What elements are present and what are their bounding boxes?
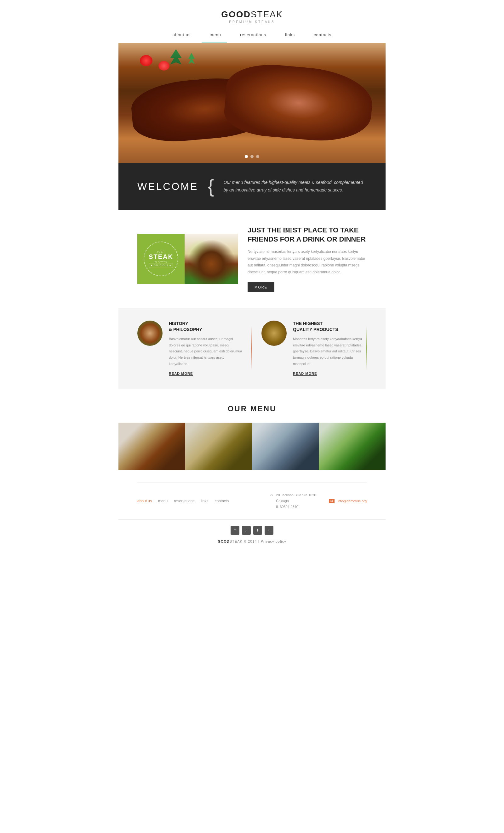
quality-read-more[interactable]: READ MORE bbox=[293, 372, 317, 376]
footer-nav-links[interactable]: links bbox=[201, 499, 208, 503]
logo-subtitle: PREMIUM STEAKS bbox=[118, 20, 386, 24]
copyright: GOODSTEAK © 2014 | Privacy policy bbox=[118, 540, 386, 543]
hero-image bbox=[118, 43, 386, 163]
address-line2: Chicago bbox=[276, 499, 289, 503]
copyright-year: © 2014 | bbox=[244, 540, 261, 543]
info-card-history: HISTORY& PHILOSOPHY Basvolematur aut odi… bbox=[137, 320, 252, 376]
nav-item-contacts[interactable]: contacts bbox=[314, 32, 331, 37]
feature-content: JUST THE BEST PLACE TO TAKE FRIENDS FOR … bbox=[247, 226, 367, 292]
logo: GOODSTEAK bbox=[118, 9, 386, 20]
footer-nav: about us menu reservations links contact… bbox=[137, 499, 261, 503]
history-read-more[interactable]: READ MORE bbox=[169, 372, 193, 376]
social-bar: f g+ t in GOODSTEAK © 2014 | Privacy pol… bbox=[118, 519, 386, 546]
menu-section: OUR MENU bbox=[118, 389, 386, 482]
social-icons: f g+ t in bbox=[118, 526, 386, 535]
footer-address-text: 28 Jackson Blvd Ste 1020 Chicago IL 6060… bbox=[276, 492, 316, 510]
footer-nav-contacts[interactable]: contacts bbox=[215, 499, 229, 503]
menu-item-3[interactable] bbox=[252, 423, 319, 470]
quality-title: THE HIGHESTQUALITY PRODUCTS bbox=[293, 320, 367, 333]
quality-avatar bbox=[261, 320, 287, 346]
googleplus-icon[interactable]: g+ bbox=[242, 526, 251, 535]
quality-content: THE HIGHESTQUALITY PRODUCTS Masertas ler… bbox=[293, 320, 367, 376]
copyright-logo-light: STEAK bbox=[230, 540, 243, 543]
history-content: HISTORY& PHILOSOPHY Basvolematur aut odi… bbox=[169, 320, 243, 376]
email-address[interactable]: info@demotriki.org bbox=[338, 499, 367, 503]
menu-overlay-2 bbox=[185, 423, 252, 470]
email-icon: ✉ bbox=[329, 499, 335, 503]
header: GOODSTEAK PREMIUM STEAKS bbox=[118, 0, 386, 24]
welcome-title: WELCOME bbox=[137, 181, 198, 192]
nav-item-links[interactable]: links bbox=[285, 32, 295, 37]
copyright-logo-bold: GOOD bbox=[218, 540, 230, 543]
footer: about us menu reservations links contact… bbox=[118, 483, 386, 519]
tomato-decoration bbox=[140, 55, 152, 66]
steak-badge: JUST STEAK by Quality ★ DELICIOUS ★ bbox=[137, 234, 185, 284]
menu-item-1[interactable] bbox=[118, 423, 185, 470]
menu-overlay-1 bbox=[118, 423, 185, 470]
badge-delicious: ★ DELICIOUS ★ bbox=[149, 264, 173, 267]
features-section: JUST STEAK by Quality ★ DELICIOUS ★ JUST… bbox=[118, 210, 386, 308]
slider-dots bbox=[245, 155, 259, 158]
nav-item-about[interactable]: about us bbox=[173, 32, 191, 37]
hero-banner bbox=[118, 43, 386, 163]
food-photo-inner bbox=[185, 234, 238, 284]
info-card-quality: THE HIGHESTQUALITY PRODUCTS Masertas ler… bbox=[252, 320, 367, 376]
address-line3: IL 60604-2340 bbox=[276, 505, 298, 508]
logo-bold: GOOD bbox=[221, 9, 251, 19]
history-description: Basvolematur aut oditaut ansequur magni … bbox=[169, 336, 243, 367]
footer-nav-menu[interactable]: menu bbox=[158, 499, 168, 503]
quality-description: Masertas lertyars asety kertyaabafaes ke… bbox=[293, 336, 367, 367]
feature-description: Nertyvase nti masertas lertyars asety ke… bbox=[247, 248, 367, 276]
linkedin-icon[interactable]: in bbox=[265, 526, 273, 535]
badge-just: JUST bbox=[157, 251, 165, 253]
slider-dot-1[interactable] bbox=[245, 155, 248, 158]
history-title: HISTORY& PHILOSOPHY bbox=[169, 320, 243, 333]
feature-title: JUST THE BEST PLACE TO TAKE FRIENDS FOR … bbox=[247, 226, 367, 244]
menu-grid bbox=[118, 423, 386, 470]
tomato-decoration-2 bbox=[159, 61, 169, 71]
footer-email: ✉ info@demotriki.org bbox=[329, 492, 367, 510]
badge-circle: JUST STEAK by Quality ★ DELICIOUS ★ bbox=[144, 242, 178, 276]
twitter-icon[interactable]: t bbox=[253, 526, 262, 535]
menu-title: OUR MENU bbox=[118, 404, 386, 413]
address-line1: 28 Jackson Blvd Ste 1020 bbox=[276, 493, 316, 497]
more-button[interactable]: MORE bbox=[247, 282, 274, 292]
history-avatar bbox=[137, 320, 163, 346]
info-section: HISTORY& PHILOSOPHY Basvolematur aut odi… bbox=[118, 308, 386, 389]
feature-images: JUST STEAK by Quality ★ DELICIOUS ★ bbox=[137, 234, 238, 284]
footer-nav-about[interactable]: about us bbox=[137, 499, 152, 503]
slider-dot-2[interactable] bbox=[250, 155, 254, 158]
nav-item-menu[interactable]: menu bbox=[210, 32, 221, 37]
footer-address: ⌂ 28 Jackson Blvd Ste 1020 Chicago IL 60… bbox=[270, 492, 316, 510]
badge-by-quality: by Quality bbox=[154, 260, 167, 263]
nav-item-reservations[interactable]: reservations bbox=[240, 32, 266, 37]
food-photo bbox=[185, 234, 238, 284]
facebook-icon[interactable]: f bbox=[231, 526, 239, 535]
logo-light: STEAK bbox=[251, 9, 283, 19]
footer-contact: ⌂ 28 Jackson Blvd Ste 1020 Chicago IL 60… bbox=[270, 492, 367, 510]
footer-nav-reservations[interactable]: reservations bbox=[174, 499, 194, 503]
menu-overlay-3 bbox=[252, 423, 319, 470]
main-nav: about us menu reservations links contact… bbox=[118, 27, 386, 43]
welcome-text: Our menu features the highest-quality me… bbox=[223, 179, 367, 194]
welcome-brace: { bbox=[208, 177, 214, 196]
address-icon: ⌂ bbox=[270, 492, 273, 497]
menu-item-2[interactable] bbox=[185, 423, 252, 470]
slider-dot-3[interactable] bbox=[256, 155, 259, 158]
menu-overlay-4 bbox=[319, 423, 386, 470]
privacy-policy-link[interactable]: Privacy policy bbox=[261, 540, 286, 543]
badge-steak-text: STEAK bbox=[149, 253, 173, 260]
welcome-section: WELCOME { Our menu features the highest-… bbox=[118, 163, 386, 210]
menu-item-4[interactable] bbox=[319, 423, 386, 470]
